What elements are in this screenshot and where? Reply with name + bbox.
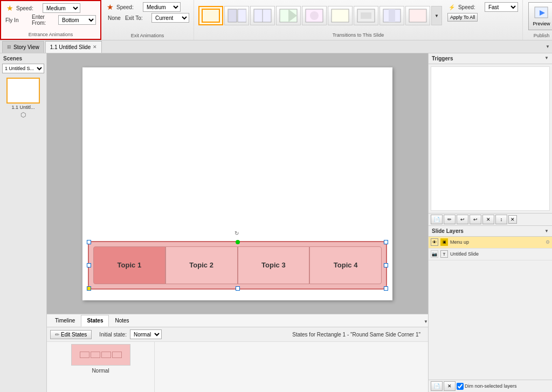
transition-btn-8[interactable] — [380, 6, 404, 25]
trans-speed-select[interactable]: FastMediumSlow — [485, 2, 518, 12]
exit-to-label: Exit To: — [125, 15, 149, 21]
tab-notes[interactable]: Notes — [109, 315, 135, 327]
handle-br[interactable] — [384, 286, 388, 291]
story-view-label: Story View — [13, 44, 39, 50]
topic-btn-4[interactable]: Topic 4 — [309, 246, 382, 284]
transition-btn-5[interactable] — [302, 6, 327, 25]
canvas-area: ↻ Topic 1 Topic 2 Topic 3 Topic 4 — [47, 53, 428, 314]
states-toolbar: ✏ Edit States Initial state: NormalHover… — [47, 327, 428, 342]
trigger-delete-button[interactable]: ✕ — [482, 215, 494, 224]
exit-animations-label: Exit Animations — [101, 33, 194, 38]
handle-bm[interactable] — [236, 286, 240, 291]
trigger-paste-button[interactable]: ↩ — [470, 215, 481, 224]
apply-to-all-button[interactable]: Apply To All — [447, 13, 478, 22]
dim-checkbox[interactable] — [457, 383, 464, 390]
trigger-add-button[interactable]: 📄 — [431, 215, 443, 224]
triggers-label: Triggers — [432, 56, 453, 61]
state-mini-btn-4 — [112, 352, 122, 358]
exit-icon: ★ — [106, 3, 114, 11]
transition-btn-2[interactable] — [224, 6, 249, 25]
preview-button[interactable]: Preview — [528, 2, 552, 30]
layer-cam-icon-1: 👁 — [431, 238, 438, 246]
svg-rect-11 — [361, 12, 371, 19]
exit-speed-select[interactable]: MediumFastSlow — [143, 2, 181, 12]
layer-text-1: Menu up — [450, 239, 543, 245]
transition-btn-1[interactable] — [198, 6, 223, 25]
topic-group[interactable]: ↻ Topic 1 Topic 2 Topic 3 Topic 4 — [88, 241, 387, 290]
layer-text-2: Untitled Slide — [450, 251, 550, 257]
trigger-move-button[interactable]: ↕ — [495, 215, 507, 224]
entrance-star-icon: ★ — [5, 4, 14, 12]
publish-label: Publish — [523, 33, 552, 38]
layer-cam-icon-2: 📷 — [431, 250, 438, 258]
tab-timeline[interactable]: Timeline — [49, 315, 81, 327]
handle-tr[interactable] — [384, 240, 388, 244]
transition-btn-9[interactable] — [405, 6, 430, 25]
pencil-icon: ✏ — [55, 332, 59, 338]
tab-story-view[interactable]: ⊞ Story View — [2, 41, 44, 53]
transition-btn-chevron[interactable]: ▼ — [431, 6, 442, 25]
topic-btn-1[interactable]: Topic 1 — [93, 246, 165, 284]
state-name-label: Normal — [92, 368, 109, 374]
layer-item-menu-up[interactable]: 👁 ▣ Menu up ⚙ — [429, 237, 552, 249]
exit-to-select[interactable]: CurrentLeftRight — [151, 13, 189, 23]
entrance-speed-label: Speed: — [16, 5, 40, 11]
handle-rotate[interactable] — [236, 240, 240, 244]
slide-layers-collapse-icon[interactable]: ▼ — [544, 229, 549, 233]
state-preview — [71, 344, 130, 366]
transition-btn-6[interactable] — [328, 6, 353, 25]
topic-4-label: Topic 4 — [334, 261, 358, 269]
slide-layers-header: Slide Layers ▼ — [429, 225, 552, 237]
handle-bl[interactable] — [87, 286, 91, 291]
transition-btn-3[interactable] — [250, 6, 275, 25]
none-label: None — [106, 15, 123, 21]
initial-state-select[interactable]: NormalHoverVisited — [130, 329, 162, 339]
bottom-panel-chevron-icon[interactable]: ▼ — [424, 319, 428, 324]
link-icon: ⬡ — [20, 111, 26, 119]
layer-settings-icon-1[interactable]: ⚙ — [546, 239, 550, 245]
right-panel: Triggers ▼ 📄 ✏ ↩ ↩ ✕ ↕ ✕ Slide Layers ▼ … — [428, 53, 552, 392]
bottom-tabs: Timeline States Notes ▼ — [47, 314, 428, 327]
handle-tl[interactable] — [87, 240, 91, 244]
tab-states[interactable]: States — [81, 315, 109, 327]
trigger-copy-button[interactable]: ↩ — [457, 215, 468, 224]
layer-delete-button[interactable]: ✕ — [444, 381, 456, 391]
slide-layers-label: Slide Layers — [432, 228, 464, 234]
trigger-edit-button[interactable]: ✏ — [444, 215, 456, 224]
entrance-animations-label: Entrance Animations — [1, 32, 100, 37]
svg-rect-9 — [332, 9, 349, 22]
state-preview-inner — [80, 352, 122, 358]
topic-3-label: Topic 3 — [261, 261, 286, 269]
transition-btn-4[interactable] — [276, 6, 301, 25]
slide-thumbnail[interactable] — [6, 78, 40, 104]
scenes-select[interactable]: 1 Untitled S... — [2, 64, 44, 73]
transitions-section: ▼ ⚡ Speed: FastMediumSlow Apply To All T… — [194, 0, 523, 40]
handle-mr[interactable] — [384, 263, 388, 267]
topic-1-label: Topic 1 — [118, 261, 142, 269]
enter-from-label: Enter From: — [32, 14, 56, 26]
tab-close-icon[interactable]: ✕ — [93, 44, 97, 50]
transition-btn-7[interactable] — [354, 6, 378, 25]
topic-btn-3[interactable]: Topic 3 — [238, 246, 310, 284]
trigger-x-button[interactable]: ✕ — [508, 215, 517, 224]
handle-ml[interactable] — [87, 263, 91, 267]
triggers-footer: 📄 ✏ ↩ ↩ ✕ ↕ ✕ — [429, 213, 552, 225]
tab-untitled-slide[interactable]: 1.1 Untitled Slide ✕ — [45, 41, 102, 53]
edit-states-button[interactable]: ✏ Edit States — [50, 330, 92, 339]
states-panel: ✏ Edit States Initial state: NormalHover… — [47, 327, 428, 392]
topic-btn-2[interactable]: Topic 2 — [165, 246, 238, 284]
layer-item-untitled[interactable]: 📷 T Untitled Slide — [429, 249, 552, 260]
state-mini-btn-2 — [91, 352, 100, 358]
tabs-bar: ⊞ Story View 1.1 Untitled Slide ✕ ▼ — [0, 40, 552, 53]
layer-add-button[interactable]: 📄 — [431, 381, 443, 391]
enter-from-select[interactable]: BottomTopLeftRight — [58, 15, 96, 25]
exit-animations-section: ★ Speed: MediumFastSlow None Exit To: Cu… — [101, 0, 194, 40]
rotate-handle-icon[interactable]: ↻ — [234, 230, 239, 236]
svg-rect-2 — [238, 9, 246, 22]
entrance-speed-select[interactable]: MediumFastSlow — [43, 3, 80, 13]
tabs-chevron-icon[interactable]: ▼ — [546, 44, 550, 49]
slide-canvas[interactable]: ↻ Topic 1 Topic 2 Topic 3 Topic 4 — [82, 67, 392, 300]
triggers-collapse-icon[interactable]: ▼ — [544, 56, 549, 61]
edit-states-label: Edit States — [61, 332, 87, 338]
svg-rect-1 — [228, 9, 237, 22]
